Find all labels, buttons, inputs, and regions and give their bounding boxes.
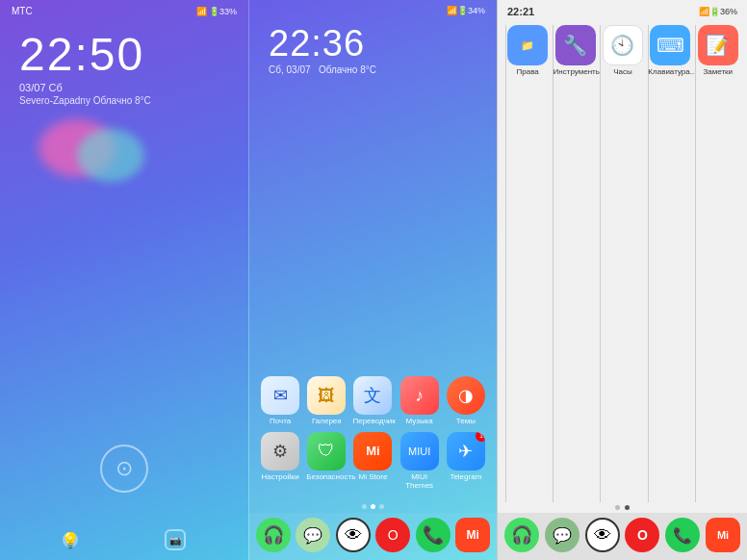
fingerprint-icon[interactable]: ⊙ [100,445,148,493]
app-miui-label: MIUI Themes [399,472,440,491]
clock-area-1: 22:50 03/07 Сб Severo-Zapadny Облачно 8°… [0,16,248,110]
themes-icon: ◑ [447,376,485,415]
music-icon: ♪ [400,376,439,415]
app-miui[interactable]: MIUI MIUI Themes [399,432,441,491]
app-music-label: Музыка [406,417,433,426]
drawer-app-notes[interactable]: 📝 Заметки [695,25,739,502]
p3-dot-2 [625,505,630,510]
time-display-2: 22:36 [269,25,477,62]
status-bar-1: МТС 📶 🔋33% [0,0,248,16]
app-mistore-label: Mi Store [359,472,388,482]
dock3-opera[interactable]: O [625,518,659,552]
dock-2: 🎧 💬 👁 O 📞 Mi [249,513,497,560]
light-icon[interactable]: 💡 [63,532,78,547]
wallpaper-blobs [0,110,248,445]
dock-headphones[interactable]: 🎧 [256,518,291,552]
app-telegram-label: Telegram [450,472,481,482]
date-weather-2: Сб, 03/07 Облачно 8°C [269,64,477,75]
dock3-mi[interactable]: Mi [706,518,740,552]
panel-home-screen: 📶🔋34% 22:36 Сб, 03/07 Облачно 8°C ✉ Почт… [248,0,497,560]
page-dots-2 [249,500,497,513]
status-icons-2: 📶🔋34% [447,6,485,15]
files-icon: 📁 [507,25,548,65]
clock-area-2: 22:36 Сб, 03/07 Облачно 8°C [249,15,497,79]
dock-mi[interactable]: Mi [455,518,490,552]
mail-icon: ✉ [261,376,299,415]
app-drawer-grid: 📁 Права 🔧 Инструменты 🕙 Часы ⌨ Клавиатур… [498,21,747,502]
carrier-1: МТС [12,6,33,16]
app-row-1: ✉ Почта 🖼 Галерея 文 Переводчик ♪ Музыка … [257,376,489,426]
app-mail[interactable]: ✉ Почта [259,376,301,426]
gallery-icon: 🖼 [307,376,346,415]
status-icons-3: 📶🔋36% [699,7,737,16]
clock-label: Часы [613,67,632,77]
weather-1: Severo-Zapadny Облачно 8°C [19,95,151,106]
drawer-row-1: 📁 Права 🔧 Инструменты 🕙 Часы ⌨ Клавиатур… [503,25,741,502]
dock3-eye[interactable]: 👁 [585,518,620,552]
tools-label: Инструменты [554,67,598,77]
app-gallery-label: Галерея [312,417,342,426]
translate-icon: 文 [353,376,392,415]
dot-1 [362,504,367,509]
dock-messages[interactable]: 💬 [296,518,330,552]
dock3-whatsapp[interactable]: 📞 [665,518,700,552]
app-settings[interactable]: ⚙ Настройки [259,432,301,491]
dock3-messages[interactable]: 💬 [545,518,580,552]
camera-icon[interactable]: 📷 [165,529,186,550]
spacer-2 [249,79,497,372]
drawer-app-keyboard[interactable]: ⌨ Клавиатура... [648,25,692,502]
app-translate-label: Переводчик [352,417,393,426]
p3-page-dots [498,502,747,513]
date-1: 03/07 Сб [19,82,63,93]
app-settings-label: Настройки [261,472,298,482]
app-translate[interactable]: 文 Переводчик [351,376,394,426]
clock-icon: 🕙 [603,25,643,65]
dock-3: 🎧 💬 👁 O 📞 Mi [498,513,747,560]
panel-app-drawer: 22:21 📶🔋36% 📁 Права 🔧 Инструменты 🕙 Часы… [497,0,747,560]
tools-icon: 🔧 [555,25,596,65]
dot-3 [379,504,384,509]
time-display-1: 22:50 [19,32,144,78]
status-bar-3: 22:21 📶🔋36% [498,0,747,21]
blob-teal [77,129,144,182]
miui-icon: MIUI [400,432,439,471]
mistore-icon: Mi [353,432,392,471]
keyboard-icon: ⌨ [650,25,690,65]
dot-2 [371,504,375,509]
dock-opera[interactable]: O [375,518,410,552]
panel-lock-screen: МТС 📶 🔋33% 22:50 03/07 Сб Severo-Zapadny… [0,0,248,560]
app-security[interactable]: 🛡 Безопасность [305,432,348,491]
lock-bottom-bar: 💡 📷 [0,522,248,560]
fingerprint-area[interactable]: ⊙ [0,445,248,522]
app-themes[interactable]: ◑ Темы [445,376,487,426]
app-security-label: Безопасность [306,472,347,482]
keyboard-label: Клавиатура... [648,67,692,77]
app-mail-label: Почта [270,417,291,426]
files-label: Права [517,67,539,77]
notes-label: Заметки [703,67,733,77]
drawer-app-clock[interactable]: 🕙 Часы [600,25,644,502]
apps-bottom: ✉ Почта 🖼 Галерея 文 Переводчик ♪ Музыка … [249,372,497,500]
app-row-2: ⚙ Настройки 🛡 Безопасность Mi Mi Store M… [257,432,489,491]
p3-dot-1 [615,505,620,510]
app-gallery[interactable]: 🖼 Галерея [305,376,348,426]
status-bar-2: 📶🔋34% [249,0,497,15]
notes-icon: 📝 [698,25,738,65]
status-icons-1: 📶 🔋33% [196,7,237,16]
drawer-app-files[interactable]: 📁 Права [505,25,550,502]
dock-whatsapp[interactable]: 📞 [416,518,451,552]
time-3: 22:21 [507,6,534,17]
telegram-icon: ✈ 1 [447,432,485,471]
app-mistore[interactable]: Mi Mi Store [351,432,394,491]
app-themes-label: Темы [456,417,476,426]
app-telegram[interactable]: ✈ 1 Telegram [445,432,487,491]
dock-eye[interactable]: 👁 [336,518,371,552]
drawer-app-tools[interactable]: 🔧 Инструменты [553,25,597,502]
dock3-headphones[interactable]: 🎧 [504,518,539,552]
app-music[interactable]: ♪ Музыка [399,376,441,426]
settings-icon: ⚙ [261,432,299,471]
security-icon: 🛡 [307,432,346,471]
telegram-badge: 1 [476,432,485,442]
